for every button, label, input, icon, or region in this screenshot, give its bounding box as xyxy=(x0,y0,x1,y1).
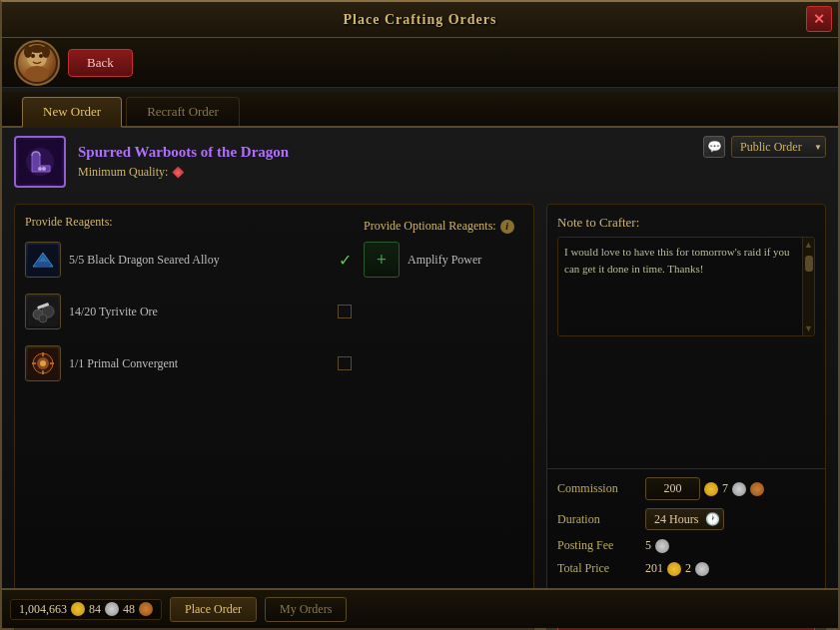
svg-point-10 xyxy=(38,167,42,171)
reagent-icon-ore xyxy=(25,294,61,329)
reagents-column: Provide Reagents: 5/5 Black Dragon Seare… xyxy=(25,215,352,393)
duration-value: 24 Hours 12 Hours 48 Hours 🕐 xyxy=(645,508,815,530)
svg-point-16 xyxy=(39,315,47,322)
duration-select[interactable]: 24 Hours 12 Hours 48 Hours xyxy=(645,508,724,530)
item-name: Spurred Warboots of the Dragon xyxy=(78,144,289,161)
note-header: Note to Crafter: xyxy=(557,215,815,231)
reagent-check-alloy: ✓ xyxy=(339,251,352,270)
content-area: Provide Reagents: 5/5 Black Dragon Seare… xyxy=(2,192,838,630)
optional-label: Provide Optional Reagents: xyxy=(364,219,496,234)
avatar xyxy=(14,40,60,86)
bottom-bar: 1,004,663 84 48 Place Order My Orders xyxy=(2,588,838,628)
reagent-name-convergent: 1/1 Primal Convergent xyxy=(69,356,330,371)
plus-icon: + xyxy=(377,250,387,271)
bottom-gold-icon xyxy=(71,602,85,616)
left-panel-columns: Provide Reagents: 5/5 Black Dragon Seare… xyxy=(25,215,523,393)
bottom-copper-icon xyxy=(139,602,153,616)
top-area: Back xyxy=(2,38,838,88)
posting-fee-value: 5 xyxy=(645,538,815,553)
optional-icon-amplify[interactable]: + xyxy=(364,242,400,278)
gold-coin-icon xyxy=(704,482,718,496)
bottom-tab-my-orders[interactable]: My Orders xyxy=(265,597,347,622)
reagents-header: Provide Reagents: xyxy=(25,215,352,230)
svg-point-21 xyxy=(40,360,46,366)
gold-amount: 1,004,663 xyxy=(19,602,67,617)
bottom-tab-place-order[interactable]: Place Order xyxy=(170,597,257,622)
note-text: I would love to have this for tomorrow's… xyxy=(564,244,798,323)
right-panel: Note to Crafter: I would love to have th… xyxy=(546,204,826,630)
posting-fee-amount: 5 xyxy=(645,538,651,553)
commission-silver: 7 xyxy=(722,481,728,496)
stats-section: Commission 7 Duration xyxy=(547,468,825,592)
quality-gem-icon xyxy=(172,167,184,179)
note-container: I would love to have this for tomorrow's… xyxy=(557,237,815,336)
reagent-icon-alloy xyxy=(25,242,61,278)
item-icon xyxy=(14,136,66,188)
svg-point-6 xyxy=(29,45,45,53)
window-title: Place Crafting Orders xyxy=(344,12,497,28)
item-info: Spurred Warboots of the Dragon Minimum Q… xyxy=(78,144,289,180)
scrollbar-thumb[interactable] xyxy=(805,256,813,272)
reagent-checkbox-convergent[interactable] xyxy=(338,356,352,370)
order-type-wrapper: Public Order Private Order xyxy=(731,136,826,158)
title-bar: Place Crafting Orders ✕ xyxy=(2,2,838,38)
bottom-silver-icon xyxy=(105,602,119,616)
currency-display: 1,004,663 84 48 xyxy=(10,599,162,620)
reagent-icon-convergent xyxy=(25,345,61,381)
commission-value: 7 xyxy=(645,477,815,500)
svg-point-12 xyxy=(35,262,51,268)
total-silver-amount: 2 xyxy=(685,561,691,576)
total-price-value: 201 2 xyxy=(645,561,815,576)
copper-coin-commission-icon xyxy=(750,482,764,496)
close-button[interactable]: ✕ xyxy=(806,6,832,32)
item-header: Spurred Warboots of the Dragon Minimum Q… xyxy=(2,128,838,192)
total-gold-coin-icon xyxy=(667,562,681,576)
total-silver-coin-icon xyxy=(695,562,709,576)
note-scrollbar: ▲ ▼ xyxy=(802,238,814,335)
order-type-area: 💬 Public Order Private Order xyxy=(703,136,826,158)
silver-amount: 84 xyxy=(89,602,101,617)
total-price-row: Total Price 201 2 xyxy=(557,561,815,576)
tab-area: New Order Recraft Order xyxy=(2,92,838,128)
svg-point-9 xyxy=(42,167,46,171)
tab-recraft-order[interactable]: Recraft Order xyxy=(126,97,240,126)
total-gold-amount: 201 xyxy=(645,561,663,576)
reagent-name-alloy: 5/5 Black Dragon Seared Alloy xyxy=(69,253,331,268)
optional-reagents-header: Provide Optional Reagents: i xyxy=(364,219,523,234)
left-panel: Provide Reagents: 5/5 Black Dragon Seare… xyxy=(14,204,534,630)
reagent-row-alloy: 5/5 Black Dragon Seared Alloy ✓ xyxy=(25,238,352,282)
note-section: Note to Crafter: I would love to have th… xyxy=(547,205,825,468)
scrollbar-up-arrow[interactable]: ▲ xyxy=(802,238,815,252)
order-type-select[interactable]: Public Order Private Order xyxy=(731,136,826,158)
reagent-row-convergent: 1/1 Primal Convergent xyxy=(25,341,352,385)
commission-label: Commission xyxy=(557,481,637,496)
commission-row: Commission 7 xyxy=(557,477,815,500)
duration-label: Duration xyxy=(557,512,637,527)
posting-fee-row: Posting Fee 5 xyxy=(557,538,815,553)
optional-item-amplify: + Amplify Power xyxy=(364,242,523,278)
chat-icon[interactable]: 💬 xyxy=(703,136,725,158)
main-window: Place Crafting Orders ✕ Back xyxy=(0,0,840,630)
info-icon[interactable]: i xyxy=(500,220,514,234)
duration-select-wrapper: 24 Hours 12 Hours 48 Hours 🕐 xyxy=(645,508,724,530)
item-quality: Minimum Quality: xyxy=(78,165,289,180)
avatar-face xyxy=(18,44,56,82)
back-button[interactable]: Back xyxy=(68,49,133,77)
duration-row: Duration 24 Hours 12 Hours 48 Hours 🕐 xyxy=(557,508,815,530)
reagent-name-ore: 14/20 Tyrivite Ore xyxy=(69,305,330,319)
commission-input[interactable] xyxy=(645,477,700,500)
total-price-label: Total Price xyxy=(557,561,637,576)
posting-fee-coin-icon xyxy=(655,539,669,553)
scrollbar-down-arrow[interactable]: ▼ xyxy=(802,321,815,335)
silver-coin-icon xyxy=(732,482,746,496)
quality-label: Minimum Quality: xyxy=(78,165,168,180)
copper-amount: 48 xyxy=(123,602,135,617)
optional-name-amplify: Amplify Power xyxy=(408,253,481,268)
reagent-row-ore: 14/20 Tyrivite Ore xyxy=(25,290,352,333)
optional-reagents-column: Provide Optional Reagents: i + Amplify P… xyxy=(364,219,523,393)
posting-fee-label: Posting Fee xyxy=(557,538,637,553)
reagent-checkbox-ore[interactable] xyxy=(338,305,352,318)
svg-point-1 xyxy=(25,66,49,82)
tab-new-order[interactable]: New Order xyxy=(22,97,122,128)
